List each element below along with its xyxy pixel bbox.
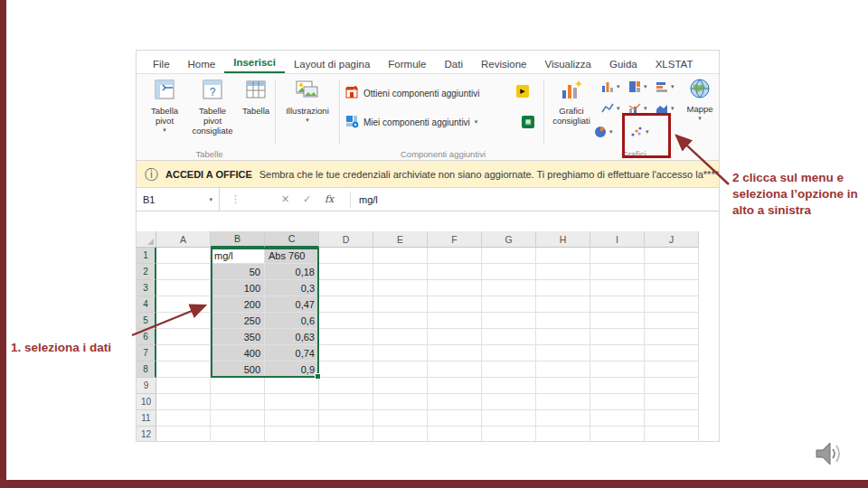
cell-F8[interactable]: [428, 361, 482, 378]
cell-D7[interactable]: [319, 345, 373, 361]
cell-I12[interactable]: [590, 427, 645, 442]
cell-H2[interactable]: [536, 264, 590, 280]
cell-B7[interactable]: 400: [211, 345, 265, 361]
cell-B6[interactable]: 350: [211, 329, 265, 345]
cell-J9[interactable]: [645, 378, 699, 394]
cell-D1[interactable]: [319, 248, 373, 264]
cell-E4[interactable]: [373, 296, 428, 313]
cell-J5[interactable]: [645, 313, 699, 329]
ribbon-tab-file[interactable]: File: [144, 54, 179, 73]
enter-icon[interactable]: ✓: [303, 188, 311, 211]
cell-F7[interactable]: [428, 345, 482, 361]
column-chart-button[interactable]: ▾: [600, 80, 620, 94]
cell-D12[interactable]: [319, 427, 373, 442]
cell-I4[interactable]: [590, 296, 645, 313]
column-header-G[interactable]: G: [482, 231, 536, 248]
cell-F3[interactable]: [428, 280, 482, 296]
cell-C8[interactable]: 0,9: [265, 361, 319, 378]
cell-G6[interactable]: [482, 329, 536, 345]
cell-C10[interactable]: [265, 394, 319, 410]
cell-D10[interactable]: [319, 394, 373, 410]
row-header-5[interactable]: 5: [137, 313, 156, 329]
column-header-H[interactable]: H: [536, 231, 590, 248]
cell-J4[interactable]: [645, 296, 699, 313]
cell-E5[interactable]: [373, 313, 428, 329]
my-addins-button[interactable]: Miei componenti aggiuntivi ▾: [344, 112, 477, 132]
ribbon-tab-guida[interactable]: Guida: [600, 54, 646, 73]
row-header-10[interactable]: 10: [137, 394, 156, 410]
cell-F4[interactable]: [428, 296, 482, 313]
cell-G5[interactable]: [482, 313, 536, 329]
cell-E12[interactable]: [373, 427, 428, 442]
row-header-6[interactable]: 6: [137, 329, 156, 345]
cell-E11[interactable]: [373, 410, 428, 427]
cell-F12[interactable]: [428, 427, 482, 442]
cell-G12[interactable]: [482, 427, 536, 442]
cell-J11[interactable]: [645, 410, 699, 427]
cell-I1[interactable]: [590, 248, 645, 264]
cell-C7[interactable]: 0,74: [265, 345, 319, 361]
row-header-11[interactable]: 11: [137, 410, 156, 427]
column-header-D[interactable]: D: [319, 231, 373, 248]
cell-G1[interactable]: [482, 248, 536, 264]
speaker-icon[interactable]: [814, 439, 846, 472]
ribbon-tab-inserisci[interactable]: Inserisci: [224, 52, 285, 73]
cell-J10[interactable]: [645, 394, 699, 410]
cell-C9[interactable]: [265, 378, 319, 394]
cell-D3[interactable]: [319, 280, 373, 296]
cell-C1[interactable]: Abs 760: [265, 248, 319, 264]
cell-A5[interactable]: [156, 313, 211, 329]
cell-J6[interactable]: [645, 329, 699, 345]
cell-B4[interactable]: 200: [211, 296, 265, 313]
cell-J8[interactable]: [645, 361, 699, 378]
cell-E3[interactable]: [373, 280, 428, 296]
cell-G10[interactable]: [482, 394, 536, 410]
cell-E6[interactable]: [373, 329, 428, 345]
cell-F5[interactable]: [428, 313, 482, 329]
select-all-corner[interactable]: [137, 231, 156, 248]
cell-C6[interactable]: 0,63: [265, 329, 319, 345]
ribbon-tab-xlstat[interactable]: XLSTAT: [646, 54, 703, 73]
cell-F2[interactable]: [428, 264, 482, 280]
ribbon-tab-formule[interactable]: Formule: [379, 54, 435, 73]
cell-E8[interactable]: [373, 361, 428, 378]
table-button[interactable]: Tabella: [238, 78, 274, 117]
column-header-E[interactable]: E: [373, 231, 428, 248]
cell-A10[interactable]: [156, 394, 211, 410]
column-header-C[interactable]: C: [265, 231, 319, 248]
cell-H4[interactable]: [536, 296, 590, 313]
cell-J2[interactable]: [645, 264, 699, 280]
row-header-3[interactable]: 3: [137, 280, 156, 296]
cell-J3[interactable]: [645, 280, 699, 296]
cell-B1[interactable]: mg/l: [211, 248, 265, 264]
cell-B5[interactable]: 250: [211, 313, 265, 329]
cell-D9[interactable]: [319, 378, 373, 394]
cell-I3[interactable]: [590, 280, 645, 296]
cell-D5[interactable]: [319, 313, 373, 329]
row-header-8[interactable]: 8: [137, 361, 156, 378]
cell-F1[interactable]: [428, 248, 482, 264]
cell-G7[interactable]: [482, 345, 536, 361]
cell-H7[interactable]: [536, 345, 590, 361]
cell-I2[interactable]: [590, 264, 645, 280]
cell-G3[interactable]: [482, 280, 536, 296]
row-header-4[interactable]: 4: [137, 296, 156, 313]
cell-A7[interactable]: [156, 345, 211, 361]
cell-H8[interactable]: [536, 361, 590, 378]
cell-F11[interactable]: [428, 410, 482, 427]
pie-chart-button[interactable]: ▾: [593, 125, 613, 139]
cell-I5[interactable]: [590, 313, 645, 329]
cell-D2[interactable]: [319, 264, 373, 280]
cell-A3[interactable]: [156, 280, 211, 296]
cell-B11[interactable]: [211, 410, 265, 427]
column-header-I[interactable]: I: [590, 231, 645, 248]
cell-B8[interactable]: 500: [211, 361, 265, 378]
row-header-1[interactable]: 1: [137, 248, 156, 264]
formula-bar-content[interactable]: mg/l: [359, 188, 378, 211]
cell-B2[interactable]: 50: [211, 264, 265, 280]
hierarchy-chart-button[interactable]: ▾: [627, 80, 647, 94]
cell-C5[interactable]: 0,6: [265, 313, 319, 329]
cell-G8[interactable]: [482, 361, 536, 378]
cell-A6[interactable]: [156, 329, 211, 345]
row-header-12[interactable]: 12: [137, 427, 156, 442]
